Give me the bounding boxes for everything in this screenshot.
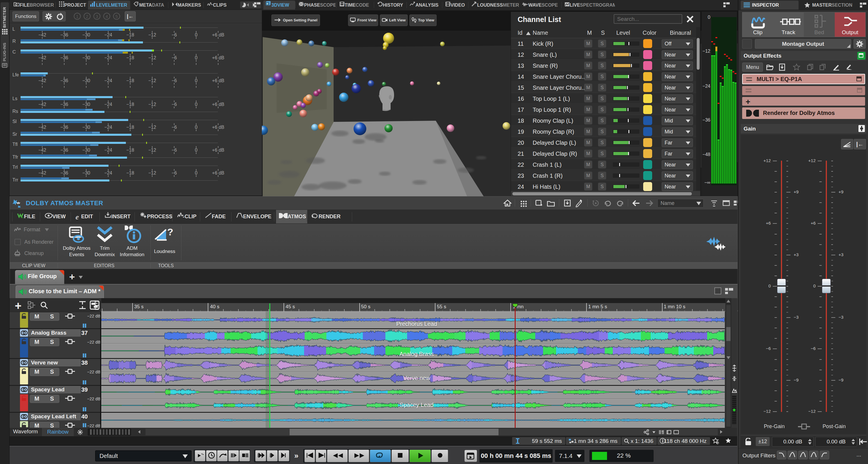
svg-text:?: ? xyxy=(167,227,173,237)
